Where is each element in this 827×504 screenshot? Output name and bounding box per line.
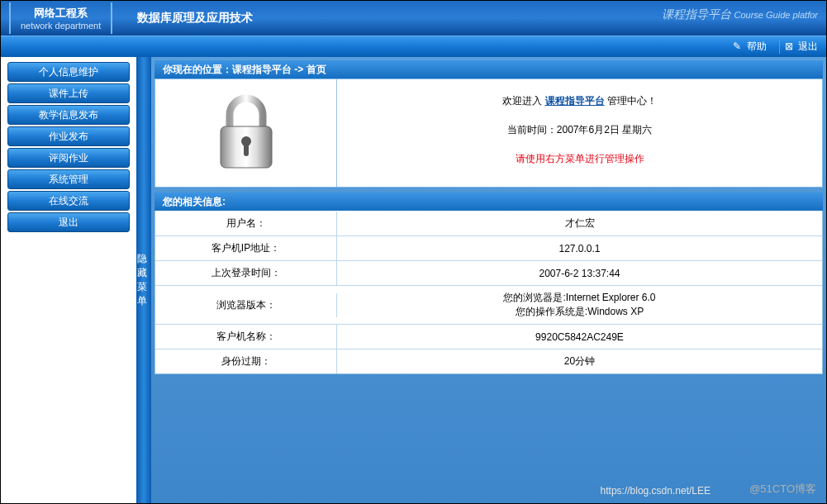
dept-cn: 网络工程系 (21, 6, 101, 21)
platform-label: 课程指导平台 Course Guide platfor (662, 7, 818, 22)
info-value: 9920C5842AC249E (337, 326, 822, 348)
help-label: 帮助 (747, 40, 767, 52)
info-table: 用户名： 才仁宏 客户机IP地址： 127.0.0.1 上次登录时间： 2007… (154, 211, 823, 374)
platform-cn: 课程指导平台 (662, 7, 731, 21)
info-label: 客户机名称： (155, 325, 337, 349)
info-row-lastlogin: 上次登录时间： 2007-6-2 13:37:44 (155, 260, 822, 285)
sidebar-item-upload[interactable]: 课件上传 (7, 83, 130, 103)
platform-en: Course Guide platfor (734, 10, 819, 20)
subheader: ✎ 帮助 ⊠ 退出 (1, 36, 826, 57)
welcome-hint: 请使用右方菜单进行管理操作 (337, 152, 822, 166)
info-row-hostname: 客户机名称： 9920C5842AC249E (155, 324, 822, 349)
logout-label: 退出 (798, 40, 818, 52)
info-value: 127.0.0.1 (337, 238, 822, 259)
welcome-platform-link[interactable]: 课程指导平台 (545, 95, 605, 107)
info-label: 身份过期： (155, 349, 337, 373)
breadcrumb: 你现在的位置：课程指导平台 -> 首页 (154, 60, 823, 78)
toggle-menu-bar[interactable]: 隐藏菜单 (136, 57, 151, 503)
logout-icon: ⊠ (785, 40, 793, 52)
sidebar-item-exit[interactable]: 退出 (7, 212, 130, 232)
dept-en: network department (21, 21, 101, 31)
info-row-username: 用户名： 才仁宏 (155, 211, 822, 235)
svg-rect-2 (244, 143, 249, 156)
sidebar-item-system[interactable]: 系统管理 (7, 169, 130, 189)
info-row-browser: 浏览器版本： 您的浏览器是:Internet Explorer 6.0 您的操作… (155, 285, 822, 324)
welcome-cell: 欢迎进入 课程指导平台 管理中心！ 当前时间：2007年6月2日 星期六 请使用… (337, 79, 822, 187)
info-label: 用户名： (155, 212, 337, 235)
info-value: 2007-6-2 13:37:44 (337, 263, 822, 284)
lock-cell (155, 79, 337, 187)
welcome-line1: 欢迎进入 课程指导平台 管理中心！ (337, 94, 822, 108)
info-label: 上次登录时间： (155, 261, 337, 285)
welcome-panel: 欢迎进入 课程指导平台 管理中心！ 当前时间：2007年6月2日 星期六 请使用… (154, 78, 823, 188)
help-link[interactable]: ✎ 帮助 (728, 40, 766, 54)
sidebar-item-homework[interactable]: 作业发布 (7, 126, 130, 146)
info-title: 您的相关信息: (154, 193, 823, 211)
toggle-menu-label: 隐藏菜单 (137, 252, 150, 308)
info-label: 浏览器版本： (155, 293, 337, 317)
course-title: 数据库原理及应用技术 (137, 11, 253, 26)
help-icon: ✎ (733, 40, 741, 52)
sidebar-item-chat[interactable]: 在线交流 (7, 191, 130, 211)
info-value: 才仁宏 (337, 212, 822, 235)
sidebar-item-review[interactable]: 评阅作业 (7, 148, 130, 168)
sidebar: 个人信息维护 课件上传 教学信息发布 作业发布 评阅作业 系统管理 在线交流 退… (1, 57, 136, 503)
info-row-expire: 身份过期： 20分钟 (155, 349, 822, 373)
welcome-time: 当前时间：2007年6月2日 星期六 (337, 123, 822, 137)
welcome-suffix: 管理中心！ (607, 95, 657, 107)
info-label: 客户机IP地址： (155, 236, 337, 260)
main: 你现在的位置：课程指导平台 -> 首页 (151, 57, 826, 503)
watermark-url: https://blog.csdn.net/LEE (601, 485, 711, 497)
watermark: @51CTO博客 (749, 482, 816, 497)
header: 网络工程系 network department 数据库原理及应用技术 课程指导… (1, 1, 826, 36)
logout-link[interactable]: ⊠ 退出 (779, 40, 818, 54)
welcome-prefix: 欢迎进入 (502, 95, 542, 107)
lock-icon (209, 92, 283, 174)
sidebar-item-teachinfo[interactable]: 教学信息发布 (7, 105, 130, 125)
info-value: 您的浏览器是:Internet Explorer 6.0 您的操作系统是:Win… (337, 286, 822, 324)
sidebar-item-profile[interactable]: 个人信息维护 (7, 62, 130, 82)
info-row-ip: 客户机IP地址： 127.0.0.1 (155, 235, 822, 260)
department-box: 网络工程系 network department (9, 2, 112, 34)
info-value: 20分钟 (337, 349, 822, 373)
